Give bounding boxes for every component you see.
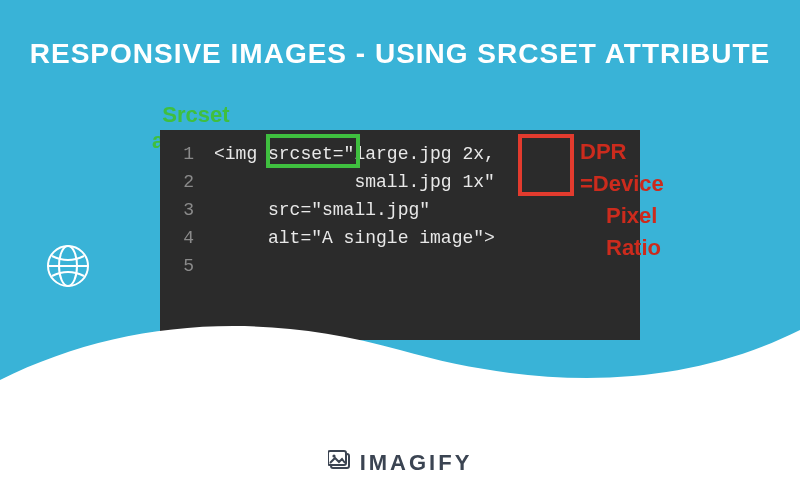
code-line: small.jpg 1x" [214, 172, 495, 192]
code-line: alt="A single image"> [214, 228, 495, 248]
footer-wave [0, 380, 800, 500]
line-number: 4 [160, 224, 194, 252]
brand-name: IMAGIFY [360, 450, 473, 475]
line-number: 3 [160, 196, 194, 224]
dpr-label-line4: Ratio [580, 232, 664, 264]
imagify-logo-icon [328, 450, 354, 478]
globe-icon [46, 244, 90, 292]
srcset-highlight-box [266, 134, 360, 168]
page-title: RESPONSIVE IMAGES - USING SRCSET ATTRIBU… [0, 0, 800, 70]
srcset-label-line1: Srcset [136, 102, 256, 128]
line-number: 1 [160, 140, 194, 168]
brand-footer: IMAGIFY [0, 450, 800, 478]
line-number-gutter: 1 2 3 4 5 [160, 140, 204, 280]
dpr-annotation-label: DPR =Device Pixel Ratio [580, 136, 664, 264]
line-number: 2 [160, 168, 194, 196]
code-line: src="small.jpg" [214, 200, 430, 220]
dpr-highlight-box [518, 134, 574, 196]
line-number: 5 [160, 252, 194, 280]
dpr-label-line3: Pixel [580, 200, 664, 232]
dpr-label-line1: DPR [580, 136, 664, 168]
dpr-label-line2: =Device [580, 168, 664, 200]
